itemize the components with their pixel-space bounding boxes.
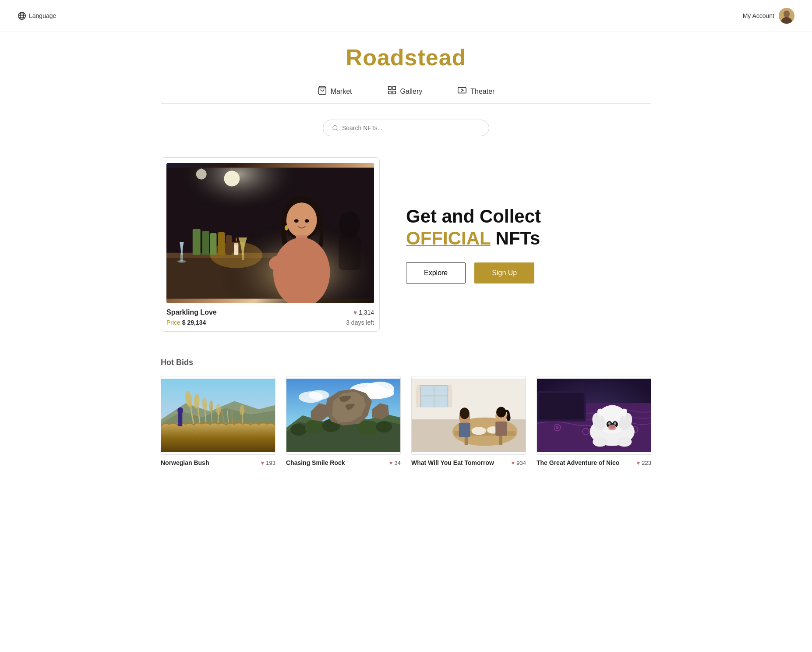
svg-point-112 bbox=[614, 422, 617, 425]
explore-button[interactable]: Explore bbox=[406, 262, 466, 283]
svg-rect-29 bbox=[242, 255, 244, 260]
svg-rect-40 bbox=[339, 235, 360, 270]
svg-point-87 bbox=[472, 427, 486, 435]
account-button[interactable]: My Account bbox=[743, 8, 794, 24]
bid-meta-dining: What Will You Eat Tomorrow ♥ 934 bbox=[411, 459, 526, 466]
bid-likes-count-dining: 934 bbox=[516, 460, 526, 466]
svg-point-116 bbox=[617, 437, 632, 446]
svg-point-65 bbox=[290, 424, 307, 436]
site-title: Roadstead bbox=[161, 32, 651, 79]
svg-rect-10 bbox=[392, 87, 395, 89]
svg-line-15 bbox=[336, 129, 338, 131]
nav-theater-label: Theater bbox=[470, 88, 494, 96]
hero-image bbox=[166, 163, 374, 303]
svg-point-55 bbox=[177, 407, 183, 414]
search-icon bbox=[332, 124, 339, 131]
svg-point-53 bbox=[216, 404, 221, 415]
hero-meta: Sparkling Love ♥ 1,314 bbox=[166, 308, 374, 316]
heart-icon: ♥ bbox=[353, 309, 357, 316]
svg-point-43 bbox=[196, 169, 207, 180]
tagline: Get and Collect bbox=[406, 206, 541, 227]
svg-rect-22 bbox=[193, 229, 201, 255]
svg-rect-23 bbox=[202, 231, 209, 255]
nav-market[interactable]: Market bbox=[318, 85, 352, 97]
heart-icon-dining: ♥ bbox=[512, 460, 515, 466]
svg-point-37 bbox=[294, 219, 299, 223]
price-value: $ 29,134 bbox=[182, 319, 206, 326]
bids-grid: Norwegian Bush ♥ 193 bbox=[161, 376, 651, 466]
search-input[interactable] bbox=[342, 124, 480, 131]
bid-card-norwegian[interactable]: Norwegian Bush ♥ 193 bbox=[161, 376, 275, 466]
bid-likes-dining: ♥ 934 bbox=[512, 460, 526, 466]
svg-point-28 bbox=[177, 260, 186, 263]
svg-point-6 bbox=[784, 11, 790, 18]
svg-point-99 bbox=[556, 426, 559, 429]
hero-likes: ♥ 1,314 bbox=[353, 309, 374, 316]
language-button[interactable]: Language bbox=[18, 11, 56, 20]
svg-point-41 bbox=[224, 171, 240, 187]
account-label: My Account bbox=[743, 12, 774, 19]
svg-rect-48 bbox=[161, 424, 275, 452]
price-label: Price bbox=[166, 319, 180, 326]
svg-point-31 bbox=[234, 243, 238, 245]
svg-rect-13 bbox=[458, 88, 466, 93]
bid-card-nico[interactable]: The Great Adventure of Nico ♥ 223 bbox=[537, 376, 651, 466]
svg-point-115 bbox=[593, 437, 607, 446]
svg-point-69 bbox=[376, 421, 392, 432]
hot-bids-title: Hot Bids bbox=[161, 358, 651, 367]
svg-point-52 bbox=[209, 400, 213, 413]
days-left: 3 days left bbox=[346, 319, 374, 326]
svg-rect-86 bbox=[499, 435, 502, 445]
hero-price: Price $ 29,134 bbox=[166, 319, 206, 326]
bid-card-dining[interactable]: What Will You Eat Tomorrow ♥ 934 bbox=[411, 376, 526, 466]
hot-bids-section: Hot Bids bbox=[161, 349, 651, 484]
svg-point-62 bbox=[309, 390, 329, 400]
svg-rect-54 bbox=[178, 412, 182, 427]
search-bar bbox=[323, 120, 489, 136]
bid-likes-chasing: ♥ 34 bbox=[389, 460, 401, 466]
svg-point-56 bbox=[240, 405, 244, 415]
svg-rect-30 bbox=[234, 244, 238, 255]
hero-likes-count: 1,314 bbox=[359, 309, 374, 316]
market-icon bbox=[318, 85, 327, 97]
svg-rect-12 bbox=[392, 91, 395, 94]
cta-buttons: Explore Sign Up bbox=[406, 262, 651, 283]
hero-card[interactable]: Sparkling Love ♥ 1,314 Price $ 29,134 3 … bbox=[161, 157, 380, 332]
nav-gallery[interactable]: Gallery bbox=[387, 85, 423, 97]
main-nav: Market Gallery Theater bbox=[161, 79, 651, 104]
bid-meta-norwegian: Norwegian Bush ♥ 193 bbox=[161, 459, 275, 466]
svg-point-38 bbox=[305, 219, 309, 223]
svg-rect-11 bbox=[388, 91, 391, 94]
bid-title-nico: The Great Adventure of Nico bbox=[537, 459, 619, 466]
hero-price-row: Price $ 29,134 3 days left bbox=[166, 319, 374, 326]
bid-likes-count-nico: 223 bbox=[642, 460, 651, 466]
heart-icon-nico: ♥ bbox=[637, 460, 640, 466]
signup-button[interactable]: Sign Up bbox=[474, 262, 534, 283]
hero-title: Sparkling Love bbox=[166, 308, 217, 316]
heart-icon-norwegian: ♥ bbox=[261, 460, 265, 466]
svg-rect-104 bbox=[539, 393, 584, 419]
tagline-nfts: NFTs bbox=[491, 228, 540, 248]
bid-title-chasing: Chasing Smile Rock bbox=[286, 459, 345, 466]
theater-icon bbox=[457, 85, 467, 97]
search-section bbox=[161, 104, 651, 149]
hero-headline: Get and Collect OFFICIAL NFTs bbox=[406, 206, 651, 250]
avatar bbox=[779, 8, 794, 24]
hero-section: Sparkling Love ♥ 1,314 Price $ 29,134 3 … bbox=[161, 149, 651, 349]
svg-point-90 bbox=[460, 408, 470, 419]
bid-likes-count-chasing: 34 bbox=[395, 460, 401, 466]
bid-meta-nico: The Great Adventure of Nico ♥ 223 bbox=[537, 459, 651, 466]
nav-theater[interactable]: Theater bbox=[457, 85, 494, 97]
svg-rect-95 bbox=[495, 422, 507, 436]
svg-rect-25 bbox=[218, 232, 225, 255]
bid-image-dining bbox=[411, 376, 526, 455]
bid-likes-nico: ♥ 223 bbox=[637, 460, 651, 466]
svg-rect-9 bbox=[388, 87, 391, 89]
bid-card-chasing[interactable]: Chasing Smile Rock ♥ 34 bbox=[286, 376, 401, 466]
gallery-icon bbox=[387, 85, 397, 97]
bid-image-chasing bbox=[286, 376, 401, 455]
hero-cta: Get and Collect OFFICIAL NFTs Explore Si… bbox=[406, 206, 651, 284]
bid-likes-norwegian: ♥ 193 bbox=[261, 460, 275, 466]
svg-point-94 bbox=[506, 415, 510, 421]
globe-icon bbox=[18, 11, 26, 20]
